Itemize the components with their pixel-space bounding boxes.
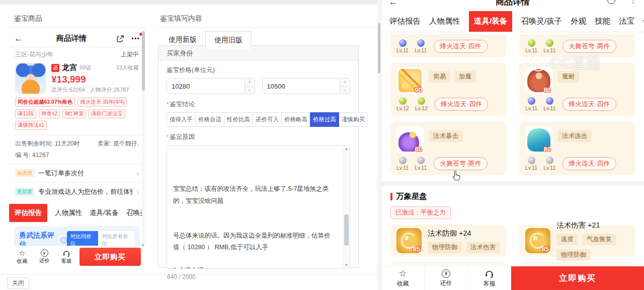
- bottom-divider: [0, 274, 381, 274]
- gem-icon: [528, 97, 535, 105]
- stepper-up-icon[interactable]: +: [245, 79, 255, 86]
- attr-chip: 法术连击: [557, 130, 592, 142]
- astrolabe-row: 85 法术防御 +24 物理防御 法术伤害 85 法术伤害 +21: [390, 225, 635, 257]
- tab-summons[interactable]: 召唤灵/孩子: [521, 11, 562, 32]
- conclusion-option-selected[interactable]: 价格过高: [310, 112, 339, 127]
- tab-skills[interactable]: 技能: [595, 11, 610, 32]
- bargain-button[interactable]: ¥ 还价: [33, 249, 55, 264]
- attr-chip: 法术伤害: [466, 242, 500, 253]
- character-level: 89级: [79, 64, 91, 71]
- astrolabe-card[interactable]: 85 法术防御 +24 物理防御 法术伤害: [390, 225, 506, 257]
- left-section-title: 鉴宝商品: [14, 14, 42, 23]
- customer-service-button[interactable]: 客服: [55, 249, 77, 265]
- scroll-down-arrow[interactable]: ▼: [343, 263, 350, 267]
- bargain-button[interactable]: ¥ 还价: [425, 266, 468, 290]
- page-scrollbar[interactable]: [377, 0, 381, 290]
- astrolabe-card[interactable]: 85 气血 +142 物理防御 物理抵抗: [390, 262, 506, 265]
- conclusion-option[interactable]: 价格略高: [281, 112, 310, 127]
- gem-icon: [546, 97, 553, 105]
- tab-treasure[interactable]: 法宝: [619, 11, 634, 32]
- attr-chip: 法术暴击: [429, 130, 463, 142]
- set-tag[interactable]: 火舞苍穹·两件: [434, 157, 487, 170]
- reason-textarea[interactable]: 宝宝总结：该有的攻法齐全，玩法上够了.5-7星地煞之类的，宝宝没啥问题 号总体来…: [167, 145, 350, 269]
- conclusion-option[interactable]: 还价可入: [253, 112, 282, 127]
- equipment-card[interactable]: 80 魔耐 Lv.11 Lv.11 烽火连天·四件: [519, 62, 635, 116]
- tab-appearance[interactable]: 外观: [571, 11, 586, 32]
- installment-tag: 分次付: [15, 169, 34, 177]
- set-tag[interactable]: 烽火连天·四件: [435, 98, 488, 111]
- product-summary: 还 龙宫 89级 13人收藏 ¥13,999 总评分:52264 人物评分:26…: [9, 61, 145, 94]
- equipment-card[interactable]: 90 简易 加魔 Lv.12 Lv.12 烽火连天·四件: [390, 62, 506, 116]
- stepper-up-icon[interactable]: +: [340, 79, 350, 86]
- price-low-stepper: + −: [245, 79, 255, 94]
- textarea-scrollbar[interactable]: ▲ ▼: [343, 146, 350, 268]
- tab-use-new-version[interactable]: 使用新版: [160, 31, 205, 49]
- product-action-bar: ☆ 收藏 ¥ 还价 客服 立即购买: [9, 246, 145, 268]
- more-icon[interactable]: ⋮: [629, 0, 637, 5]
- set-tag[interactable]: 火舞苍穹·两件: [562, 40, 616, 53]
- valuation-promo-row[interactable]: 更划算 专业游戏达人为您估价，前往体验>> ›: [9, 182, 145, 201]
- favorite-button[interactable]: ☆ 收藏: [11, 249, 33, 265]
- scrollbar-down-arrow[interactable]: ▼: [141, 243, 145, 248]
- tab-character-attrs[interactable]: 人物属性: [429, 11, 460, 32]
- gem-icon: [417, 39, 425, 47]
- equipment-row: 90 简易 加魔 Lv.12 Lv.12 烽火连天·四件: [390, 62, 635, 116]
- price-low-field: + −: [167, 78, 255, 94]
- tab-use-old-version[interactable]: 使用旧版: [205, 31, 252, 49]
- conclusion-option[interactable]: 性价比高: [224, 112, 253, 127]
- equipment-card[interactable]: Lv.11 Lv.11 火舞苍穹·两件: [519, 34, 635, 57]
- more-icon[interactable]: •••: [131, 35, 140, 42]
- price: ¥13,999: [51, 74, 139, 85]
- attr-chip: 简易: [429, 71, 450, 83]
- tab-eval-report[interactable]: 评估报告: [389, 11, 421, 32]
- product-card: ← 商品详情 ••• 三区-花与少年 上架中 还 龙宫 89级 13人收藏 ¥1…: [9, 30, 145, 268]
- favorite-button[interactable]: ☆ 收藏: [381, 266, 425, 290]
- screen: 鉴宝商品 鉴宝填写内容 ← 商品详情 ••• 三区-花与少年 上架中 还 龙宫 …: [0, 0, 644, 290]
- price-low-input[interactable]: [167, 79, 245, 94]
- customer-service-button[interactable]: 客服: [468, 266, 511, 290]
- buy-now-button[interactable]: 立即购买: [79, 248, 141, 266]
- equipment-card[interactable]: 80 法术暴击 Lv.11 Lv.11 火舞苍穹·两件: [390, 122, 506, 175]
- scroll-up-arrow[interactable]: ▲: [343, 147, 350, 151]
- refresh-icon[interactable]: [607, 0, 615, 4]
- back-arrow-icon[interactable]: ←: [14, 34, 26, 44]
- tab-eval-report[interactable]: 评估报告: [9, 204, 47, 222]
- equipment-row-clipped: Lv.11 Lv.11 烽火连天·四件 Lv.11 Lv.11 火舞苍穹·两件: [390, 34, 635, 57]
- boots-icon: 80: [525, 126, 552, 154]
- price-high-input[interactable]: [263, 79, 340, 94]
- gem-icon: [399, 157, 407, 164]
- stepper-down-icon[interactable]: −: [245, 86, 255, 94]
- equipment-card[interactable]: 80 法术连击 Lv.11 Lv.11 烽火连天·四件: [519, 122, 635, 175]
- product-card-title: 商品详情: [26, 34, 116, 43]
- astrolabe-section-header: 万象星盘: [390, 191, 635, 202]
- astrolabe-card[interactable]: 85 气血 +88 物理防御 物理抵抗: [519, 262, 635, 265]
- chevron-right-icon: ›: [136, 169, 139, 178]
- conclusion-option[interactable]: 值得入手: [167, 112, 196, 127]
- gem-icon: [528, 39, 535, 47]
- sale-remaining-time: 出售剩余时间: 11天20时: [15, 139, 79, 148]
- tab-character-attrs[interactable]: 人物属性: [55, 204, 82, 222]
- astrolabe-card[interactable]: 85 法术伤害 +21 速度 气血恢复 物理防御: [519, 225, 635, 257]
- info-icon[interactable]: ?: [61, 237, 66, 243]
- installment-row[interactable]: 分次付 一笔订单多次付 ›: [9, 164, 145, 182]
- share-icon[interactable]: [116, 35, 124, 43]
- character-avatar: [15, 63, 46, 94]
- buy-now-button[interactable]: 立即购买: [511, 266, 644, 290]
- attr-chip: 物理防御: [428, 242, 462, 253]
- tab-items-equipment[interactable]: 道具/装备: [90, 204, 119, 222]
- product-card-header: ← 商品详情 •••: [9, 30, 145, 47]
- stepper-down-icon[interactable]: −: [340, 86, 350, 94]
- close-button[interactable]: 关闭: [7, 277, 29, 289]
- tab-items-equipment[interactable]: 道具/装备: [469, 11, 512, 32]
- conclusion-option[interactable]: 价格合适: [195, 112, 224, 127]
- scrollbar-thumb[interactable]: [344, 214, 349, 246]
- conclusion-label: 鉴宝结论: [167, 100, 350, 109]
- set-tag[interactable]: 烽火连天·四件: [562, 98, 616, 111]
- detail-title: 商品详情: [381, 0, 644, 8]
- equipment-card[interactable]: Lv.11 Lv.11 烽火连天·四件: [390, 34, 506, 57]
- card-scrollbar[interactable]: [142, 30, 145, 244]
- set-tag[interactable]: 烽火连天·四件: [562, 157, 616, 170]
- set-tag[interactable]: 烽火连天·四件: [434, 40, 487, 53]
- highlight-tag: 神兽x2: [39, 109, 60, 118]
- conclusion-option[interactable]: 谨慎购买: [339, 112, 368, 127]
